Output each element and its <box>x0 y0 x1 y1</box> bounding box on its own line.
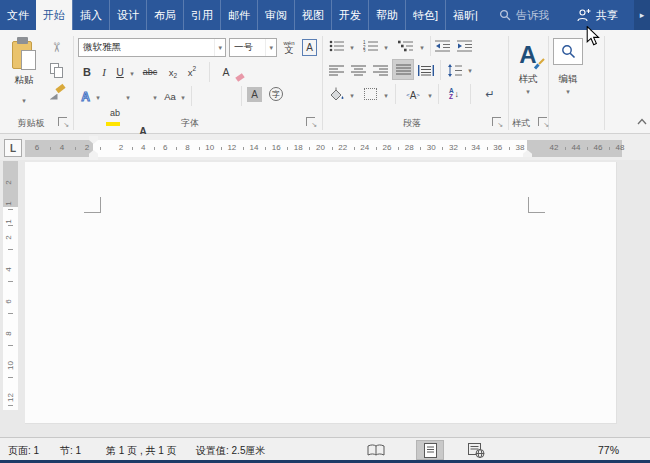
tab-special[interactable]: 特色] <box>405 0 445 30</box>
tab-label: 引用 <box>191 8 213 23</box>
distribute-button[interactable] <box>417 62 435 78</box>
tab-help[interactable]: 帮助 <box>368 0 405 30</box>
multilevel-dropdown[interactable] <box>418 42 426 52</box>
tab-label: 特色] <box>413 8 438 23</box>
subscript-button[interactable]: x2 <box>165 63 181 81</box>
print-layout-icon <box>424 443 437 458</box>
editing-dropdown[interactable] <box>564 86 572 96</box>
borders-button[interactable] <box>362 87 378 101</box>
tell-me-search[interactable]: 告诉我 <box>499 0 549 30</box>
numbering-dropdown[interactable] <box>382 42 390 52</box>
underline-button[interactable]: U <box>113 63 127 81</box>
tab-layout[interactable]: 布局 <box>146 0 183 30</box>
align-right-button[interactable] <box>372 62 389 78</box>
italic-button[interactable]: I <box>98 63 110 81</box>
tab-mailings[interactable]: 邮件 <box>220 0 257 30</box>
page-count-indicator[interactable]: 第 1 页 , 共 1 页 <box>106 444 177 458</box>
h-ruler-bar[interactable]: 6422468101214161820222426283032343638424… <box>25 140 622 157</box>
line-spacing-button[interactable] <box>446 61 464 79</box>
increase-indent-button[interactable] <box>456 38 474 54</box>
change-case-button[interactable]: Aa <box>162 87 178 105</box>
paragraph-dialog-launcher[interactable] <box>492 117 501 126</box>
text-effects-dropdown[interactable] <box>94 92 102 102</box>
enclose-characters-button[interactable]: 字 <box>269 87 283 101</box>
tab-developer[interactable]: 开发 <box>331 0 368 30</box>
print-layout-button[interactable] <box>416 440 444 460</box>
font-name-combo[interactable]: 微软雅黑 <box>78 38 226 57</box>
tab-scroll-right-button[interactable]: ▸ <box>634 0 650 30</box>
format-painter-button[interactable] <box>46 85 66 103</box>
tab-review[interactable]: 审阅 <box>257 0 294 30</box>
tab-label: 审阅 <box>265 8 287 23</box>
shading-dropdown[interactable] <box>348 90 356 100</box>
page-indicator[interactable]: 页面: 1 <box>8 444 39 458</box>
change-case-dropdown[interactable] <box>179 92 187 102</box>
align-center-button[interactable] <box>350 62 367 78</box>
tab-stop-selector[interactable]: L <box>4 139 22 157</box>
editing-find-button[interactable] <box>553 38 583 65</box>
read-mode-button[interactable] <box>362 440 390 460</box>
show-hide-marks-button[interactable]: ↵ <box>480 85 500 103</box>
justify-button-selected[interactable] <box>392 59 414 80</box>
borders-icon <box>364 88 377 100</box>
tab-file[interactable]: 文件 <box>0 0 36 30</box>
decrease-indent-button[interactable] <box>434 38 452 54</box>
dropdown-arrow-icon[interactable] <box>214 39 225 56</box>
asian-arrow-right: ˃ <box>416 92 420 98</box>
margin-corner-mark <box>528 197 529 213</box>
asian-layout-button[interactable]: ˂A˃ <box>401 86 425 104</box>
multilevel-list-button[interactable] <box>397 38 414 54</box>
collapse-ribbon-button[interactable] <box>636 116 648 128</box>
highlight-dropdown[interactable] <box>124 92 132 102</box>
asian-layout-dropdown[interactable] <box>426 90 434 100</box>
tab-label: 布局 <box>154 8 176 23</box>
mini-divider <box>438 84 439 104</box>
clipboard-dialog-launcher[interactable] <box>58 117 67 126</box>
tab-home[interactable]: 开始 <box>36 0 72 30</box>
tab-view[interactable]: 视图 <box>294 0 331 30</box>
align-left-button[interactable] <box>328 62 345 78</box>
styles-dropdown[interactable] <box>524 86 532 96</box>
tab-label: 开发 <box>339 8 361 23</box>
ribbon-tab-bar: 文件 开始 插入 设计 布局 引用 邮件 审阅 视图 开发 帮助 特色] 福昕|… <box>0 0 650 30</box>
styles-button[interactable]: A <box>512 38 544 72</box>
underline-dropdown[interactable] <box>128 68 136 78</box>
phonetic-guide-button[interactable]: wén文 <box>280 37 298 57</box>
bullets-dropdown[interactable] <box>348 42 356 52</box>
font-size-combo[interactable]: 一号 <box>229 38 277 57</box>
bullets-button[interactable] <box>328 38 345 54</box>
clear-formatting-button[interactable]: A <box>215 63 237 81</box>
text-effects-button[interactable]: A <box>78 87 93 107</box>
superscript-button[interactable]: x2 <box>184 63 200 81</box>
tab-foxit[interactable]: 福昕| <box>445 0 485 30</box>
copy-icon <box>50 63 63 78</box>
styles-dialog-launcher[interactable] <box>538 117 547 126</box>
v-ruler-bar[interactable]: 21124681012 <box>3 161 18 410</box>
font-dialog-launcher[interactable] <box>306 117 315 126</box>
tab-references[interactable]: 引用 <box>183 0 220 30</box>
character-shading-glyph: A <box>251 89 258 100</box>
dropdown-arrow-icon[interactable] <box>265 39 276 56</box>
bold-button[interactable]: B <box>79 63 95 81</box>
character-shading-button[interactable]: A <box>247 87 262 102</box>
web-layout-button[interactable] <box>462 440 490 460</box>
mini-divider <box>209 62 210 82</box>
line-spacing-dropdown[interactable] <box>466 65 474 75</box>
shading-button[interactable] <box>327 86 345 102</box>
magnifier-icon <box>561 44 576 59</box>
tab-design[interactable]: 设计 <box>109 0 146 30</box>
tab-label: 福昕| <box>453 8 478 23</box>
clear-formatting-glyph: A <box>222 66 229 78</box>
borders-dropdown[interactable] <box>382 90 390 100</box>
paste-button[interactable]: 粘贴 <box>4 36 44 108</box>
section-indicator[interactable]: 节: 1 <box>60 444 81 458</box>
tab-insert[interactable]: 插入 <box>72 0 109 30</box>
zoom-percentage[interactable]: 77% <box>598 444 619 456</box>
cut-button[interactable]: ✂ <box>46 38 66 56</box>
strikethrough-button[interactable]: abc <box>139 63 161 81</box>
sort-button[interactable]: AZ ↓ <box>444 85 464 103</box>
character-border-button[interactable]: A <box>301 38 318 57</box>
copy-button[interactable] <box>46 61 66 79</box>
numbering-button[interactable]: 123 <box>362 38 379 54</box>
font-color-dropdown[interactable] <box>151 92 159 102</box>
